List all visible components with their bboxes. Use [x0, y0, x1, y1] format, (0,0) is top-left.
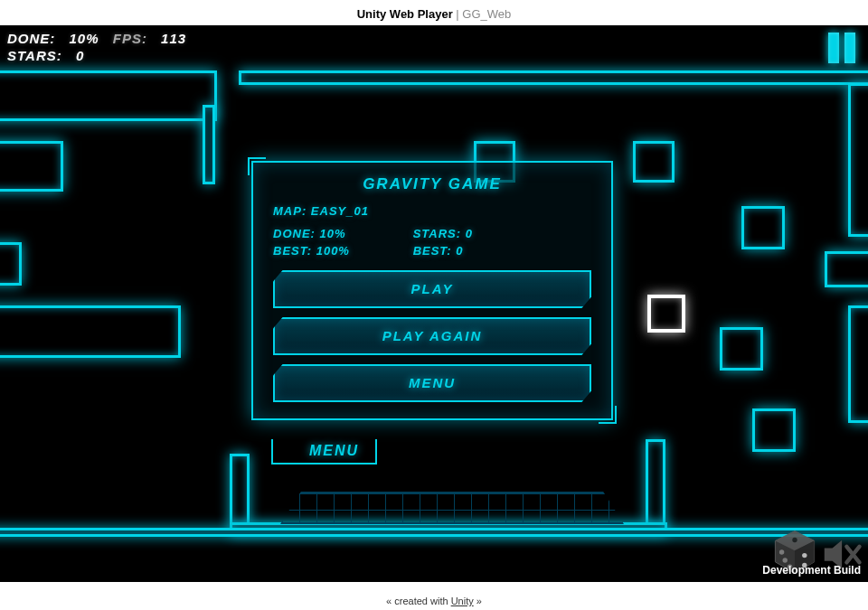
page-title: Unity Web Player | GG_Web — [0, 0, 868, 28]
hud-fps-label: FPS: — [113, 31, 147, 46]
maze-wall — [0, 528, 868, 537]
menu-panel: GRAVITY GAME MAP: EASY_01 DONE: 10% STAR… — [251, 161, 613, 420]
svg-point-3 — [792, 538, 797, 542]
menu-title: GRAVITY GAME — [273, 175, 591, 193]
hud: DONE: 10% FPS: 113 STARS: 0 — [7, 31, 195, 65]
player-cube[interactable] — [647, 295, 685, 333]
maze-wall — [646, 439, 665, 526]
page-footer: « created with Unity » — [0, 596, 868, 606]
grid-floor — [280, 492, 624, 524]
maze-wall — [0, 305, 181, 358]
footer-suffix: » — [474, 596, 482, 606]
play-button[interactable]: PLAY — [273, 270, 591, 308]
menu-best-done-label: BEST: — [273, 244, 312, 258]
menu-done-label: DONE: — [273, 227, 316, 240]
hud-stars-value: 0 — [76, 48, 84, 63]
menu-stars-label: STARS: — [413, 227, 461, 240]
hud-stars-label: STARS: — [7, 48, 62, 63]
menu-info: MAP: EASY_01 DONE: 10% STARS: 0 BEST: 10… — [273, 204, 591, 258]
maze-wall — [741, 206, 785, 249]
hud-done-label: DONE: — [7, 31, 55, 46]
svg-point-4 — [783, 558, 788, 562]
title-sep: | — [453, 7, 463, 21]
svg-point-6 — [779, 549, 784, 554]
menu-stats-row-2: BEST: 100% BEST: 0 — [273, 244, 591, 258]
menu-stars-value: 0 — [466, 227, 473, 240]
hud-row-2: STARS: 0 — [7, 48, 195, 65]
maze-wall — [0, 242, 22, 286]
menu-map-name: EASY_01 — [311, 204, 369, 218]
title-app-name: GG_Web — [462, 7, 511, 21]
menu-done-value: 10% — [320, 227, 346, 240]
maze-wall — [720, 327, 763, 371]
menu-footer-label: MENU — [271, 439, 377, 465]
svg-point-7 — [802, 553, 807, 558]
title-bold: Unity Web Player — [357, 7, 453, 21]
menu-best-done-value: 100% — [316, 244, 350, 258]
maze-wall — [633, 141, 675, 183]
maze-wall — [848, 83, 868, 237]
game-viewport: DONE: 10% FPS: 113 STARS: 0 GRAVITY GAME — [0, 25, 868, 582]
maze-wall — [230, 454, 250, 526]
maze-wall — [0, 70, 217, 121]
maze-wall — [752, 408, 796, 452]
menu-best-stars-label: BEST: — [413, 244, 452, 258]
hud-done-value: 10% — [70, 31, 99, 46]
menu-map-label: MAP: — [273, 204, 307, 218]
maze-wall — [825, 251, 868, 287]
dev-build-label: Development Build — [762, 564, 861, 577]
hud-row-1: DONE: 10% FPS: 113 — [7, 31, 195, 48]
play-again-button[interactable]: PLAY AGAIN — [273, 317, 591, 355]
menu-stats-row-1: DONE: 10% STARS: 0 — [273, 227, 591, 240]
maze-wall — [0, 141, 63, 192]
footer-prefix: « created with — [386, 596, 451, 606]
pause-icon — [844, 33, 855, 63]
maze-wall — [203, 105, 215, 184]
menu-map-row: MAP: EASY_01 — [273, 204, 591, 218]
pause-icon — [828, 33, 839, 63]
menu-best-stars-value: 0 — [456, 244, 463, 258]
hud-fps-value: 113 — [161, 31, 186, 46]
maze-wall — [848, 305, 868, 423]
menu-button[interactable]: MENU — [273, 364, 591, 402]
footer-unity-link[interactable]: Unity — [451, 596, 474, 606]
maze-wall — [239, 70, 868, 85]
pause-button[interactable] — [828, 33, 859, 63]
